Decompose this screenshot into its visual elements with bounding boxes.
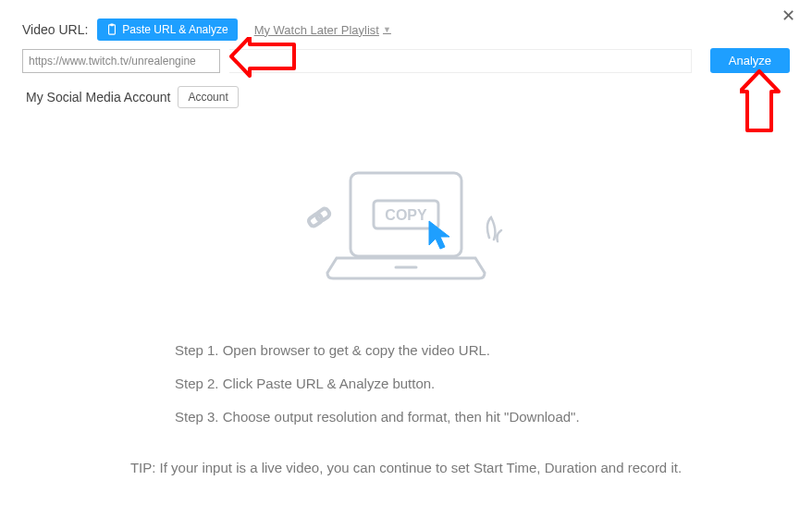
account-row: My Social Media Account Account <box>0 73 812 108</box>
social-account-label: My Social Media Account <box>26 90 170 105</box>
chevron-down-icon: ▼ <box>383 25 391 34</box>
step-3: Step 3. Choose output resolution and for… <box>175 400 637 434</box>
step-2: Step 2. Click Paste URL & Analyze button… <box>175 367 637 400</box>
copy-label: COPY <box>385 207 427 223</box>
account-button[interactable]: Account <box>178 86 238 108</box>
url-bar-extension <box>229 49 692 73</box>
playlist-link-label: My Watch Later Playlist <box>254 23 379 37</box>
tip-text: TIP: If your input is a live video, you … <box>0 460 812 475</box>
watch-later-playlist-link[interactable]: My Watch Later Playlist ▼ <box>254 23 391 37</box>
video-url-label: Video URL: <box>22 22 88 37</box>
paste-url-analyze-button[interactable]: Paste URL & Analyze <box>97 18 237 41</box>
step-1: Step 1. Open browser to get & copy the v… <box>175 334 637 367</box>
svg-rect-0 <box>109 25 116 34</box>
clipboard-icon <box>106 23 117 36</box>
close-button[interactable]: ✕ <box>776 4 801 28</box>
paste-button-label: Paste URL & Analyze <box>122 23 228 36</box>
close-icon: ✕ <box>781 6 795 25</box>
top-row: Video URL: Paste URL & Analyze My Watch … <box>0 0 812 48</box>
analyze-button[interactable]: Analyze <box>710 48 790 73</box>
instruction-illustration: COPY <box>0 164 812 297</box>
instruction-steps: Step 1. Open browser to get & copy the v… <box>175 334 637 434</box>
svg-rect-3 <box>315 207 331 222</box>
svg-rect-1 <box>111 24 114 27</box>
video-url-input[interactable] <box>22 49 220 73</box>
url-input-row: Analyze <box>0 48 812 73</box>
